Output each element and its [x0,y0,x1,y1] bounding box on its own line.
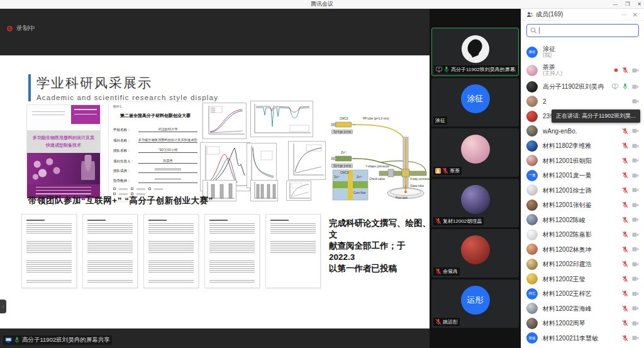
camera-off-icon[interactable] [632,321,639,326]
member-row[interactable]: wAng-enBo. [521,124,644,139]
video-tile[interactable]: 茶茶 [431,128,519,177]
member-row[interactable]: 材料12002邱霆浩 [521,257,644,272]
camera-off-icon[interactable] [632,291,639,296]
member-row[interactable]: 材料12001班朝阳 [521,154,644,169]
mic-muted-icon[interactable] [622,128,628,135]
camera-off-icon[interactable] [632,188,639,193]
mic-muted-icon[interactable] [622,261,628,267]
mic-muted-icon[interactable] [622,290,628,297]
screen-share-area: 录制中 学业科研风采展示 Academic and scientific res… [0,9,430,348]
member-row[interactable]: 材料11802李维雅 [521,138,644,154]
member-row[interactable]: 材料12002雷海峰 [521,301,644,317]
mic-on-icon[interactable] [443,66,450,73]
member-row[interactable]: 材料12001徐士路 [521,183,644,198]
camera-off-icon[interactable] [632,68,639,73]
maximize-button[interactable]: ❐ [625,0,630,9]
mic-muted-icon[interactable] [435,268,441,275]
participant-name: 涂征 [435,117,445,124]
mini-chart-sigmoid [203,103,247,139]
member-row[interactable]: 一曼材料12001庞一曼 [521,168,644,183]
camera-off-icon[interactable] [632,128,639,133]
mic-muted-icon[interactable] [622,142,628,149]
recording-indicator[interactable]: 录制中 [7,24,35,33]
member-row[interactable]: 材料12002陈嘉影 [521,227,644,242]
member-name: 涂征 [543,45,639,52]
mic-muted-icon[interactable] [622,201,628,208]
mic-muted-icon[interactable] [622,276,628,283]
member-row[interactable]: 材料12002王莹 [521,272,644,287]
mic-muted-icon[interactable] [622,305,628,312]
mic-muted-icon[interactable] [622,335,628,342]
slide-subtitle: Academic and scientific research style d… [36,94,218,101]
member-search-box[interactable] [526,24,639,37]
member-row[interactable]: 材料12002陈峻 [521,213,644,228]
mini-chart-bars-2 [250,180,278,201]
member-avatar [526,303,538,314]
camera-off-icon[interactable] [632,84,639,89]
member-row[interactable]: 高分子11902班刘昊冉 [521,79,644,94]
schematic-label-inset-cmcs: CMCS [340,171,349,174]
member-name: 材料12002邱霆浩 [543,261,622,267]
mic-muted-icon[interactable] [622,216,628,223]
mic-muted-icon[interactable] [622,187,628,194]
camera-off-icon[interactable] [632,262,639,267]
participant-name: 姚运彤 [443,318,458,325]
video-tile[interactable]: 余紫冉 [431,229,519,278]
member-row[interactable]: 2 [521,94,644,109]
camera-off-icon[interactable] [632,276,639,281]
camera-off-icon[interactable] [632,217,639,222]
camera-off-icon[interactable] [632,247,639,252]
member-row[interactable]: 茶茶(主持人) [521,61,644,79]
video-tile[interactable]: 复材12002胡理蕊 [431,179,519,227]
member-row[interactable]: 慧敏材料1200211李慧敏 [521,331,644,346]
tile-name-label: 余紫冉 [433,267,460,276]
manuscript-page [82,214,138,288]
screen-sharing-icon [436,67,442,72]
mic-muted-icon[interactable] [622,320,628,327]
member-row[interactable]: 材料12002林奥坤 [521,242,644,257]
minimize-button[interactable]: — [613,0,618,9]
camera-off-icon[interactable] [632,143,639,149]
panel-close-button[interactable]: ✕ [631,11,639,18]
form-field-label: 项目负责人： [113,159,138,164]
mic-muted-icon[interactable] [435,218,441,225]
poster-thumbnail: 多功能生物医用墨料的设计及其 快速成型制备技术 [26,104,101,199]
close-button[interactable]: ✕ [637,0,641,9]
mic-muted-icon[interactable] [442,167,448,174]
member-row[interactable]: 材料12002周琴 [521,316,644,331]
tile-name-label: 涂征 [433,116,447,125]
video-tile[interactable]: 涂征涂征 [431,78,519,126]
mic-muted-icon[interactable] [622,172,628,179]
member-row[interactable]: 梓艺材料12002王梓艺 [521,286,644,301]
member-row[interactable]: 材料12001张钊鉴 [521,198,644,213]
video-tile[interactable]: 运彤姚运彤 [431,279,519,328]
camera-off-icon[interactable] [632,99,639,104]
sidebar-collapse-handle[interactable]: ‹ [0,300,6,313]
camera-off-icon[interactable] [632,158,639,163]
video-tile[interactable]: 高分子11902班刘昊冉的屏幕共享 [431,28,519,76]
camera-off-icon[interactable] [632,335,639,340]
mic-muted-icon[interactable] [435,318,441,325]
member-avatar [526,214,538,225]
member-search-input[interactable] [541,27,635,34]
mic-muted-icon[interactable] [622,246,628,253]
member-avatar [526,244,538,255]
mic-muted-icon[interactable] [622,231,628,238]
mic-muted-icon[interactable] [622,67,628,74]
tile-name-label: 复材12002胡理蕊 [433,217,484,225]
camera-off-icon[interactable] [632,173,639,178]
participant-name: 茶茶 [450,167,460,174]
form-field-label: 学校名称： [113,128,138,132]
mic-muted-icon[interactable] [622,157,628,164]
camera-off-icon[interactable] [632,306,639,311]
mic-on-icon[interactable] [622,83,628,90]
panel-more-button[interactable]: ⋯ [620,11,629,18]
member-name: 材料12002陈嘉影 [543,231,622,238]
note-line2: 献查阅全部工作；于2022.3 [329,241,406,262]
schematic-label-syringe-pump-top: Syringe pump [331,130,353,134]
microfluidic-schematic: CMCS Syringe pump PP tube (φ=1.0 mm) Zn²… [330,104,430,201]
member-row[interactable]: 涂征涂征(我) [521,43,644,61]
camera-off-icon[interactable] [632,203,639,208]
camera-off-icon[interactable] [632,232,639,237]
shared-slide: 学业科研风采展示 Academic and scientific researc… [0,55,430,328]
